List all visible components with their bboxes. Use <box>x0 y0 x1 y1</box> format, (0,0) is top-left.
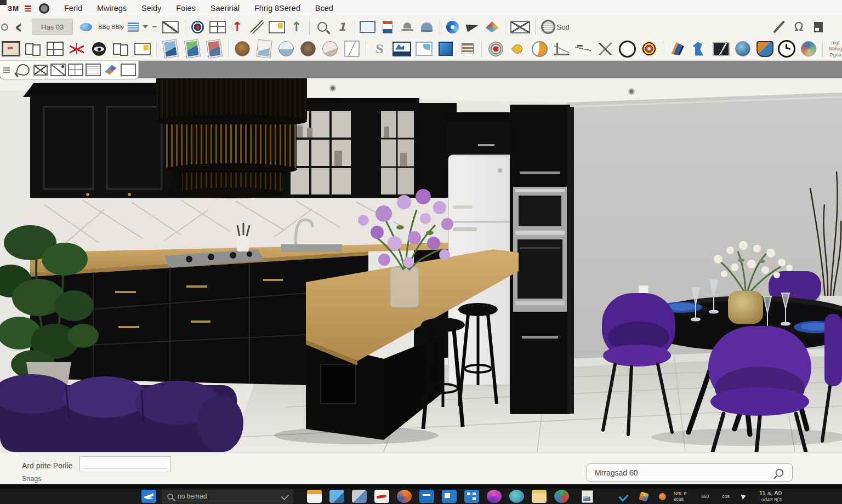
diagram-card-icon[interactable] <box>50 63 66 77</box>
flag-bi-icon[interactable] <box>378 19 397 35</box>
menu-item-study[interactable]: Seidy <box>141 4 161 13</box>
status-left-input[interactable] <box>79 456 171 472</box>
shield-color-icon[interactable] <box>754 39 775 58</box>
arrow-up-red-icon[interactable] <box>228 19 247 35</box>
magnifier-icon[interactable] <box>313 19 332 35</box>
window-blue-arrow-icon[interactable] <box>442 490 457 503</box>
photos-blue-icon[interactable] <box>329 490 344 503</box>
dark-note-icon[interactable] <box>809 19 828 35</box>
blue-tile-icon[interactable] <box>435 39 456 58</box>
eye-circle-icon[interactable] <box>88 39 109 58</box>
red-menu-icon[interactable] <box>25 5 31 12</box>
window-yellow-icon[interactable] <box>132 39 153 58</box>
tray-photo-icon[interactable] <box>582 490 593 503</box>
photo-card-green-icon[interactable] <box>182 39 203 58</box>
flower-color-icon[interactable] <box>554 490 569 503</box>
swirl-purple-icon[interactable] <box>487 490 502 503</box>
x-envelope-icon[interactable] <box>509 19 532 35</box>
lasso-icon[interactable] <box>15 63 31 77</box>
card-curve-icon[interactable] <box>342 39 362 58</box>
blank-card-icon[interactable] <box>121 63 136 77</box>
red-claw-icon[interactable] <box>66 39 87 58</box>
photo-gray-icon[interactable] <box>352 490 367 503</box>
windows-start-icon[interactable] <box>141 490 156 503</box>
s-curve-icon[interactable] <box>369 39 390 58</box>
dome-icon[interactable] <box>418 19 436 35</box>
doc-stack-icon[interactable] <box>110 39 131 58</box>
pie-orange-icon[interactable] <box>529 39 550 58</box>
menu-item-file[interactable]: Ferld <box>64 4 82 13</box>
status-search-field[interactable]: Mrragsad 60 <box>587 463 793 482</box>
window-blue-shape-icon[interactable] <box>413 39 434 58</box>
omega-search-icon[interactable] <box>789 19 808 35</box>
swirl-q-icon[interactable] <box>443 19 462 35</box>
tray-arrow-icon[interactable] <box>741 493 747 500</box>
menu-item-manage[interactable]: Mwiregs <box>97 4 127 13</box>
brush-color-icon[interactable] <box>103 63 118 77</box>
circle-photo-light-icon[interactable] <box>276 39 297 58</box>
paper-plane-icon[interactable] <box>463 19 482 35</box>
photo-dark-icon[interactable] <box>710 39 731 58</box>
window-split-icon[interactable] <box>44 39 65 58</box>
taskbar-clock[interactable]: 11 a, A0 od43 8(3 <box>759 490 782 503</box>
caret-down-icon[interactable] <box>141 19 150 35</box>
taskbar-search-box[interactable]: no bemad <box>162 490 293 503</box>
record-icon[interactable] <box>39 3 49 14</box>
ring-target-icon[interactable] <box>639 39 659 58</box>
menu-item-board[interactable]: Bced <box>315 4 333 13</box>
photo-card-blue-icon[interactable] <box>160 39 181 58</box>
arrow-up-gray-icon[interactable] <box>287 19 306 35</box>
circle-photo-brown-icon[interactable] <box>298 39 318 58</box>
window-navy-icon[interactable] <box>391 39 412 58</box>
pencil-line-icon[interactable] <box>770 19 788 35</box>
frame-diagonal-icon[interactable] <box>160 19 181 35</box>
orbit-sphere-icon[interactable] <box>77 19 95 35</box>
globe-blue-icon[interactable] <box>732 39 753 58</box>
status-search-icon[interactable] <box>776 468 783 476</box>
status-sub-label[interactable]: Snags <box>22 475 41 483</box>
clock-bw-icon[interactable] <box>776 39 797 58</box>
sod-button[interactable]: Sod <box>539 19 572 35</box>
history-button[interactable]: Has 03 <box>32 19 73 35</box>
doc-pair-icon[interactable] <box>22 39 43 58</box>
photo-card-white-icon[interactable] <box>254 39 275 58</box>
drag-handle-icon[interactable] <box>3 67 10 73</box>
globe-multi-icon[interactable] <box>798 39 819 58</box>
photo-card-red-icon[interactable] <box>204 39 225 58</box>
monitor-icon[interactable] <box>359 19 377 35</box>
grid-blue-icon[interactable] <box>464 490 479 503</box>
tray-orange-icon[interactable] <box>659 493 666 500</box>
list-stack-icon[interactable] <box>457 39 478 58</box>
circle-photo-pale-icon[interactable] <box>320 39 340 58</box>
disc-red-center-icon[interactable] <box>485 39 506 58</box>
flag-ruler-icon[interactable] <box>573 39 594 58</box>
art-frame-icon[interactable] <box>1 39 21 58</box>
tile-blue-dash-icon[interactable] <box>419 490 434 503</box>
menu-item-material[interactable]: Saeririal <box>210 4 240 13</box>
folder-yellow-icon[interactable] <box>532 490 547 503</box>
panel-yellow-icon[interactable] <box>268 19 286 35</box>
back-icon[interactable] <box>9 19 28 35</box>
figure-blue-icon[interactable] <box>689 39 709 58</box>
tray-gem-icon[interactable] <box>639 491 649 502</box>
slash-brush-icon[interactable] <box>248 19 266 35</box>
folder-orange-icon[interactable] <box>307 490 322 503</box>
globe-teal-icon[interactable] <box>509 490 524 503</box>
minus-icon[interactable] <box>151 19 158 35</box>
circle-outline-icon[interactable] <box>617 39 638 58</box>
tool-scatter-icon[interactable] <box>595 39 616 58</box>
menu-item-shared[interactable]: Fhrig 8Sered <box>254 4 300 13</box>
runner-orange-icon[interactable] <box>667 39 687 58</box>
card-red-slash-icon[interactable] <box>374 490 389 503</box>
compass-icon[interactable] <box>189 19 207 35</box>
cursor-one-icon[interactable] <box>333 19 351 35</box>
pin-yellow-icon[interactable] <box>507 39 528 58</box>
grid-card-icon[interactable] <box>68 63 83 77</box>
browser-circle-icon[interactable] <box>397 490 412 503</box>
canvas-photo[interactable] <box>0 78 842 452</box>
tray-check-icon[interactable] <box>618 491 628 501</box>
menu-item-photos[interactable]: Foies <box>176 4 195 13</box>
hat-icon[interactable] <box>398 19 417 35</box>
envelope-icon[interactable] <box>33 63 48 77</box>
drafting-square-icon[interactable] <box>551 39 572 58</box>
